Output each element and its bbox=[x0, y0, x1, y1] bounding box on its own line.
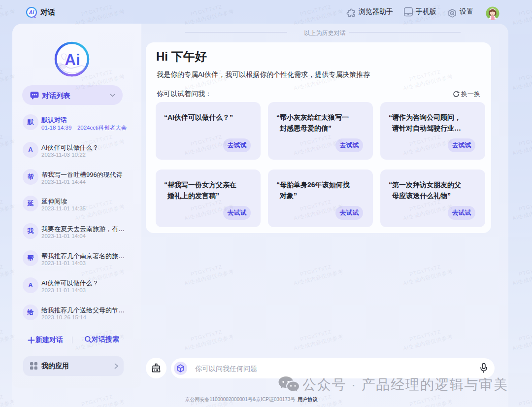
svg-text:Ai: Ai bbox=[65, 51, 80, 68]
svg-text:Ai: Ai bbox=[29, 9, 35, 15]
